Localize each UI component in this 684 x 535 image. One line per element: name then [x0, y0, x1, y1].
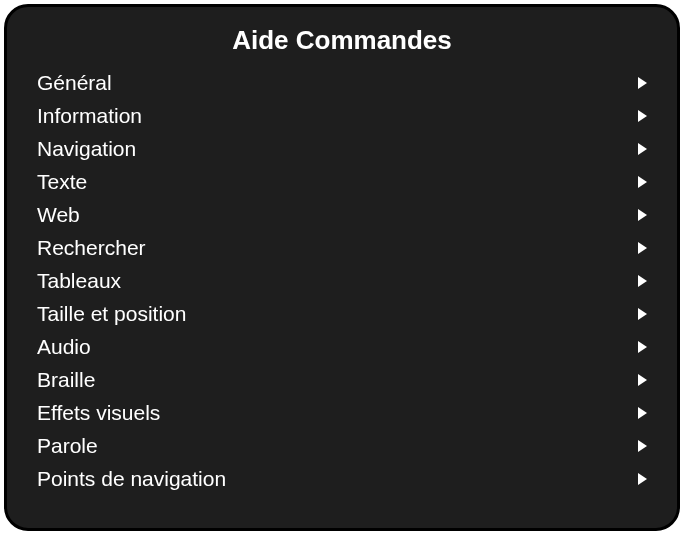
menu-item-label: Audio — [37, 335, 630, 359]
menu-item-label: Navigation — [37, 137, 630, 161]
help-commands-panel: Aide Commandes Général Information Navig… — [4, 4, 680, 531]
chevron-right-icon — [638, 407, 647, 419]
menu-item-label: Information — [37, 104, 630, 128]
menu-item-web[interactable]: Web — [35, 198, 649, 231]
menu-item-label: Parole — [37, 434, 630, 458]
chevron-right-icon — [638, 473, 647, 485]
menu-item-label: Points de navigation — [37, 467, 630, 491]
chevron-right-icon — [638, 110, 647, 122]
menu-item-parole[interactable]: Parole — [35, 429, 649, 462]
menu-item-rechercher[interactable]: Rechercher — [35, 231, 649, 264]
menu-item-label: Tableaux — [37, 269, 630, 293]
chevron-right-icon — [638, 374, 647, 386]
chevron-right-icon — [638, 176, 647, 188]
menu-item-points-de-navigation[interactable]: Points de navigation — [35, 462, 649, 495]
menu-item-texte[interactable]: Texte — [35, 165, 649, 198]
menu-item-taille-et-position[interactable]: Taille et position — [35, 297, 649, 330]
menu-item-label: Général — [37, 71, 630, 95]
chevron-right-icon — [638, 242, 647, 254]
chevron-right-icon — [638, 341, 647, 353]
menu-item-label: Texte — [37, 170, 630, 194]
chevron-right-icon — [638, 77, 647, 89]
menu-item-label: Rechercher — [37, 236, 630, 260]
menu-item-label: Braille — [37, 368, 630, 392]
panel-title: Aide Commandes — [35, 19, 649, 66]
menu-item-label: Taille et position — [37, 302, 630, 326]
menu-item-tableaux[interactable]: Tableaux — [35, 264, 649, 297]
menu-item-navigation[interactable]: Navigation — [35, 132, 649, 165]
chevron-right-icon — [638, 440, 647, 452]
chevron-right-icon — [638, 209, 647, 221]
menu-item-effets-visuels[interactable]: Effets visuels — [35, 396, 649, 429]
menu-list: Général Information Navigation Texte Web… — [35, 66, 649, 510]
chevron-right-icon — [638, 308, 647, 320]
chevron-right-icon — [638, 275, 647, 287]
menu-item-audio[interactable]: Audio — [35, 330, 649, 363]
chevron-right-icon — [638, 143, 647, 155]
menu-item-information[interactable]: Information — [35, 99, 649, 132]
menu-item-label: Web — [37, 203, 630, 227]
menu-item-general[interactable]: Général — [35, 66, 649, 99]
menu-item-braille[interactable]: Braille — [35, 363, 649, 396]
menu-item-label: Effets visuels — [37, 401, 630, 425]
